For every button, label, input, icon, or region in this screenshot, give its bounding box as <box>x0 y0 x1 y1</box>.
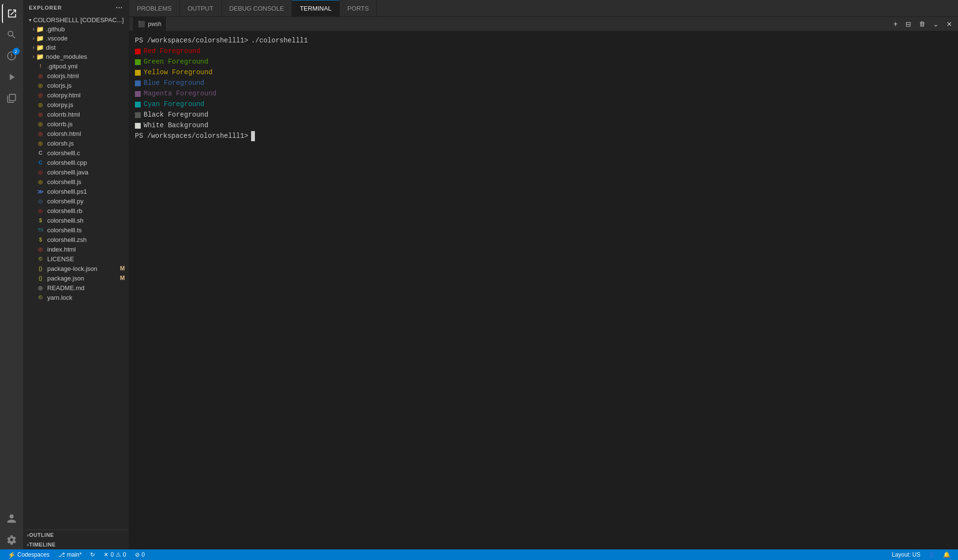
file-colorjs-html[interactable]: ◎ colorjs.html <box>27 71 129 80</box>
tab-bar: PROBLEMS OUTPUT DEBUG CONSOLE TERMINAL P… <box>129 0 958 17</box>
file-colorpy-html[interactable]: ◎ colorpy.html <box>27 90 129 100</box>
file-colorshelll-rb[interactable]: ◎ colorshelll.rb <box>27 206 129 215</box>
file-colorpy-html-icon: ◎ <box>37 91 44 99</box>
terminal-kill-button[interactable]: 🗑 <box>917 19 927 28</box>
file-license-label: LICENSE <box>47 255 74 263</box>
file-colorshelll-zsh-label: colorshelll.zsh <box>47 236 87 243</box>
sidebar-title: EXPLORER <box>29 5 62 11</box>
file-gitpod-yml[interactable]: ! .gitpod.yml <box>27 61 129 71</box>
terminal-add-button[interactable]: + <box>891 19 900 29</box>
outline-header[interactable]: › OUTLINE <box>23 530 129 540</box>
file-index-html[interactable]: ◎ index.html <box>27 244 129 254</box>
tab-output[interactable]: OUTPUT <box>180 0 221 17</box>
folder-vscode[interactable]: › 📁 .vscode <box>27 34 129 43</box>
activity-icon-settings[interactable] <box>2 530 21 549</box>
file-colorjs-js[interactable]: ◎ colorjs.js <box>27 80 129 90</box>
root-folder[interactable]: ▾ COLORSHELLL [CODESPAC...] <box>23 15 129 25</box>
file-colorjs-js-label: colorjs.js <box>47 82 72 89</box>
activity-icon-account[interactable] <box>2 509 21 528</box>
status-account-icon[interactable]: 👤 <box>924 549 939 560</box>
file-colorshelll-cpp[interactable]: C colorshelll.cpp <box>27 158 129 167</box>
green-swatch <box>135 59 141 65</box>
file-colorsh-html-icon: ◎ <box>37 130 44 137</box>
terminal-collapse-button[interactable]: ⌄ <box>931 19 941 29</box>
file-colorsh-js[interactable]: ◎ colorsh.js <box>27 138 129 148</box>
terminal-shell-tab[interactable]: ⬛ pwsh <box>133 17 167 31</box>
file-colorshelll-sh-label: colorshelll.sh <box>47 217 83 224</box>
activity-icon-extensions[interactable] <box>2 89 21 108</box>
white-background-text: White Background <box>144 120 208 131</box>
blue-foreground-text: Blue Foreground <box>144 78 204 88</box>
sidebar-header-icons: ··· <box>116 4 123 12</box>
file-colorshelll-py-label: colorshelll.py <box>47 198 83 205</box>
sidebar-content: ▾ COLORSHELLL [CODESPAC...] › 📁 .github … <box>23 15 129 530</box>
branch-label: main* <box>67 551 82 558</box>
folder-dist[interactable]: › 📁 dist <box>27 43 129 52</box>
terminal-close-button[interactable]: ✕ <box>945 19 954 29</box>
terminal-prompt-line: PS /workspaces/colorshelll1> ./colorshel… <box>135 36 952 46</box>
tab-debug-console[interactable]: DEBUG CONSOLE <box>222 0 292 17</box>
magenta-swatch <box>135 91 141 97</box>
root-chevron: ▾ <box>29 17 31 23</box>
file-colorshelll-zsh[interactable]: $ colorshelll.zsh <box>27 235 129 244</box>
file-colorshelll-ts-label: colorshelll.ts <box>47 227 82 234</box>
file-colorsh-js-label: colorsh.js <box>47 140 74 147</box>
file-license[interactable]: © LICENSE <box>27 254 129 264</box>
file-colorshelll-sh[interactable]: $ colorshelll.sh <box>27 215 129 225</box>
file-colorpy-js[interactable]: ◎ colorpy.js <box>27 100 129 109</box>
port-icon: ⊘ <box>135 551 140 558</box>
folder-github[interactable]: › 📁 .github <box>27 25 129 34</box>
file-colorshelll-ts-icon: TS <box>37 226 44 234</box>
tab-ports[interactable]: PORTS <box>340 0 377 17</box>
tab-problems[interactable]: PROBLEMS <box>129 0 180 17</box>
file-package-json-badge: M <box>120 275 125 281</box>
file-colorrb-js[interactable]: ◎ colorrb.js <box>27 119 129 129</box>
file-readme-md[interactable]: ◎ README.md <box>27 283 129 293</box>
timeline-header[interactable]: › TIMELINE <box>23 540 129 549</box>
file-yarn-lock-icon: © <box>37 293 44 301</box>
terminal-prompt-line-2: PS /workspaces/colorshelll1> <box>135 131 952 141</box>
file-colorshelll-js[interactable]: ◎ colorshelll.js <box>27 177 129 187</box>
status-codespaces[interactable]: ⚡ Codespaces <box>4 549 53 560</box>
terminal-split-button[interactable]: ⊟ <box>904 19 913 29</box>
status-errors[interactable]: ✕ 0 ⚠ 0 <box>100 549 130 560</box>
file-yarn-lock[interactable]: © yarn.lock <box>27 293 129 302</box>
file-package-lock-json[interactable]: {} package-lock.json M <box>27 264 129 273</box>
activity-icon-explorer[interactable] <box>2 4 21 23</box>
sidebar-more-icon[interactable]: ··· <box>116 4 123 12</box>
terminal-output-yellow: Yellow Foreground <box>135 67 952 78</box>
folder-github-chevron: › <box>33 27 34 32</box>
activity-icon-source-control[interactable]: 2 <box>2 46 21 66</box>
terminal-content[interactable]: PS /workspaces/colorshelll1> ./colorshel… <box>129 31 958 549</box>
warning-count: 0 <box>123 551 126 558</box>
file-package-json-icon: {} <box>37 274 44 282</box>
file-colorrb-html[interactable]: ◎ colorrb.html <box>27 109 129 119</box>
file-colorshelll-java[interactable]: ◎ colorshelll.java <box>27 167 129 177</box>
file-colorshelll-c[interactable]: C colorshelll.c <box>27 148 129 158</box>
file-package-lock-json-badge: M <box>120 265 125 272</box>
status-branch[interactable]: ⎇ main* <box>54 549 86 560</box>
file-colorpy-js-icon: ◎ <box>37 101 44 108</box>
terminal-prompt: PS /workspaces/colorshelll1> <box>135 36 248 46</box>
status-sync[interactable]: ↻ <box>86 549 99 560</box>
file-colorshelll-ps1[interactable]: ≫ colorshelll.ps1 <box>27 187 129 196</box>
file-package-json[interactable]: {} package.json M <box>27 273 129 283</box>
file-colorshelll-cpp-label: colorshelll.cpp <box>47 159 87 166</box>
yellow-foreground-text: Yellow Foreground <box>144 67 213 78</box>
file-colorshelll-sh-icon: $ <box>37 216 44 224</box>
white-swatch <box>135 123 141 129</box>
terminal-output-white: White Background <box>135 120 952 131</box>
status-ports[interactable]: ⊘ 0 <box>131 549 149 560</box>
codespaces-label: Codespaces <box>17 551 50 558</box>
account-status-icon: 👤 <box>928 551 935 558</box>
file-colorshelll-ts[interactable]: TS colorshelll.ts <box>27 225 129 235</box>
tab-terminal[interactable]: TERMINAL <box>292 0 340 17</box>
file-colorshelll-py[interactable]: ◎ colorshelll.py <box>27 196 129 206</box>
activity-icon-search[interactable] <box>2 25 21 44</box>
activity-icon-run[interactable] <box>2 67 21 87</box>
status-bell[interactable]: 🔔 <box>939 549 954 560</box>
status-left: ⚡ Codespaces ⎇ main* ↻ ✕ 0 ⚠ 0 ⊘ 0 <box>4 549 148 560</box>
file-colorsh-html[interactable]: ◎ colorsh.html <box>27 129 129 138</box>
status-layout[interactable]: Layout: US <box>888 549 924 560</box>
folder-node-modules[interactable]: › 📁 node_modules <box>27 52 129 61</box>
